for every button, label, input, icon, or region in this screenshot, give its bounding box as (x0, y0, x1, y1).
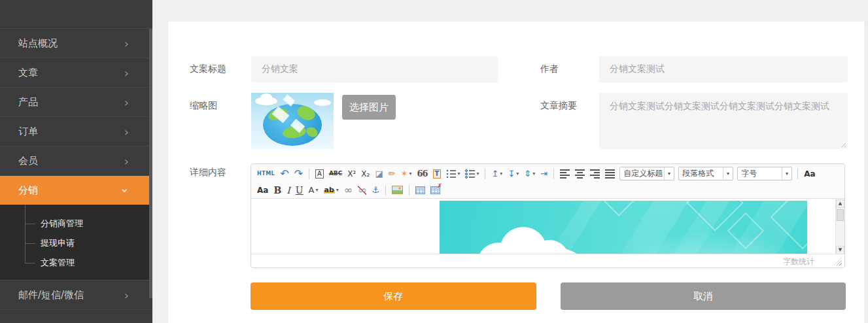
highlight-color-icon[interactable]: ab▾ (322, 183, 341, 197)
unlink-icon[interactable]: ∞ (356, 183, 368, 197)
toolbar-separator (553, 169, 554, 179)
indent-icon[interactable]: ⇥ (538, 167, 549, 181)
scrollbar-thumb[interactable] (837, 209, 844, 221)
chevron-right-icon: › (124, 58, 129, 88)
html-source-icon[interactable]: HTML (255, 167, 277, 181)
align-justify-icon[interactable] (603, 167, 617, 181)
editor-toolbar: HTML↶↷AABCX²X₂◪✏✶▾66T▾▾↥▾↧▾⇕▾⇥自定义标题▾段落格式… (251, 164, 844, 199)
scroll-up-icon[interactable]: ▲ (836, 199, 844, 208)
sidebar: 站点概况›文章›产品›订单›会员›分销›分销商管理提现申请文案管理邮件/短信/微… (0, 0, 152, 323)
link-icon[interactable]: ∞ (342, 183, 355, 197)
sidebar-subitem-withdrawal-application[interactable]: 提现申请 (0, 233, 152, 253)
align-right-icon (590, 169, 600, 178)
autotypeset-icon[interactable]: ✶▾ (399, 167, 414, 181)
unordered-list-icon (465, 169, 475, 178)
anchor-icon: ⚓ (372, 186, 379, 194)
sidebar-item-distribution[interactable]: 分销› (0, 175, 152, 205)
undo-icon[interactable]: ↶ (278, 167, 290, 181)
chevron-down-icon: ▾ (336, 187, 339, 193)
choose-image-button[interactable]: 选择图片 (342, 95, 396, 120)
image-icon[interactable] (390, 183, 405, 197)
superscript-icon[interactable]: X² (345, 167, 358, 181)
autotypeset-icon: ✶ (401, 169, 408, 178)
letter-case-icon[interactable]: Aa (255, 183, 270, 197)
chevron-right-icon: › (124, 117, 129, 146)
sidebar-item-label: 会员 (18, 155, 38, 167)
ordered-list-icon[interactable]: ▾ (444, 167, 462, 181)
land-shape (305, 125, 320, 139)
eraser-icon[interactable]: ◪ (373, 167, 385, 181)
paragraph-spacing-bottom-icon[interactable]: ↧▾ (506, 167, 521, 181)
highlight-color-icon: ab (324, 186, 335, 194)
sidebar-scrollbar[interactable] (149, 29, 152, 298)
author-input[interactable] (599, 56, 848, 82)
paragraph-spacing-bottom-icon: ↧ (508, 169, 515, 178)
thumbnail-image (251, 93, 334, 149)
align-right-icon[interactable] (588, 167, 602, 181)
toolbar-row-2: AaBIUA▾ab▾∞∞⚓ (255, 182, 843, 198)
unlink-icon: ∞ (358, 185, 366, 196)
sidebar-submenu: 分销商管理提现申请文案管理 (0, 205, 152, 280)
sidebar-menu: 站点概况›文章›产品›订单›会员›分销›分销商管理提现申请文案管理邮件/短信/微… (0, 28, 152, 317)
author-label: 作者 (540, 63, 559, 75)
sidebar-subitem-distributor-management[interactable]: 分销商管理 (0, 214, 152, 233)
paragraph-format-select[interactable]: 段落格式▾ (678, 167, 733, 180)
font-border-icon[interactable]: A (313, 167, 326, 181)
align-left-icon[interactable] (558, 167, 572, 181)
sidebar-item-orders[interactable]: 订单› (0, 116, 152, 146)
app-root: 站点概况›文章›产品›订单›会员›分销›分销商管理提现申请文案管理邮件/短信/微… (0, 0, 868, 323)
letter-case-icon[interactable]: Aa (802, 167, 817, 181)
envelope-shape (597, 201, 641, 216)
undo-icon: ↶ (280, 169, 288, 179)
content-label: 详细内容 (190, 167, 226, 178)
format-brush-icon[interactable]: ✏ (387, 167, 398, 181)
bold-icon[interactable]: B (271, 183, 283, 197)
redo-icon[interactable]: ↷ (292, 167, 305, 181)
html-source-icon: HTML (257, 171, 275, 177)
toolbar-separator (385, 185, 386, 196)
summary-textarea[interactable]: 分销文案测试分销文案测试分销文案测试分销文案测试 (599, 93, 848, 149)
sidebar-item-mail-sms-wechat[interactable]: 邮件/短信/微信› (0, 280, 152, 309)
editor-scrollbar[interactable]: ▲ ▼ (835, 199, 844, 254)
paragraph-spacing-top-icon[interactable]: ↥▾ (489, 167, 504, 181)
paste-text-icon[interactable]: T (431, 167, 443, 181)
blockquote-icon[interactable]: 66 (415, 167, 430, 181)
sidebar-item-members[interactable]: 会员› (0, 146, 152, 175)
italic-icon[interactable]: I (285, 183, 292, 197)
paste-text-icon: T (433, 169, 442, 178)
format-brush-icon: ✏ (389, 169, 396, 178)
summary-field-wrap: 分销文案测试分销文案测试分销文案测试分销文案测试 (599, 93, 848, 149)
editor-resize-grip-icon[interactable] (834, 258, 842, 265)
subscript-icon[interactable]: X₂ (359, 167, 372, 181)
custom-title-select[interactable]: 自定义标题▾ (619, 167, 674, 180)
select-label: 字号 (741, 168, 757, 179)
remove-format-icon[interactable]: ABC (327, 167, 344, 181)
paragraph-spacing-top-icon: ↥ (491, 169, 498, 178)
chevron-right-icon: › (124, 146, 129, 176)
editor-content-area[interactable]: ▲ ▼ (251, 199, 844, 254)
align-center-icon[interactable] (573, 167, 587, 181)
underline-icon[interactable]: U (294, 183, 305, 197)
delete-table-icon[interactable] (428, 183, 442, 197)
sidebar-item-label: 文章 (18, 67, 38, 78)
sidebar-item-products[interactable]: 产品› (0, 87, 152, 116)
chevron-down-icon: ▾ (664, 167, 674, 180)
unordered-list-icon[interactable]: ▾ (463, 167, 481, 181)
sidebar-item-articles[interactable]: 文章› (0, 58, 152, 87)
align-justify-icon (605, 169, 615, 178)
font-size-select[interactable]: 字号▾ (737, 167, 792, 180)
summary-label: 文章摘要 (540, 100, 577, 112)
align-center-icon (575, 169, 585, 178)
cancel-button[interactable]: 取消 (561, 282, 846, 310)
title-input[interactable] (251, 56, 498, 82)
sidebar-item-site-overview[interactable]: 站点概况› (0, 28, 152, 58)
toolbar-separator (485, 169, 485, 179)
font-color-icon[interactable]: A▾ (307, 183, 321, 197)
line-height-icon[interactable]: ⇕▾ (522, 167, 537, 181)
sidebar-subitem-copy-management[interactable]: 文案管理 (0, 253, 152, 273)
anchor-icon[interactable]: ⚓ (370, 183, 381, 197)
insert-table-icon[interactable] (413, 183, 427, 197)
select-label: 自定义标题 (623, 168, 663, 179)
toolbar-separator (409, 185, 409, 196)
save-button[interactable]: 保存 (251, 282, 536, 310)
